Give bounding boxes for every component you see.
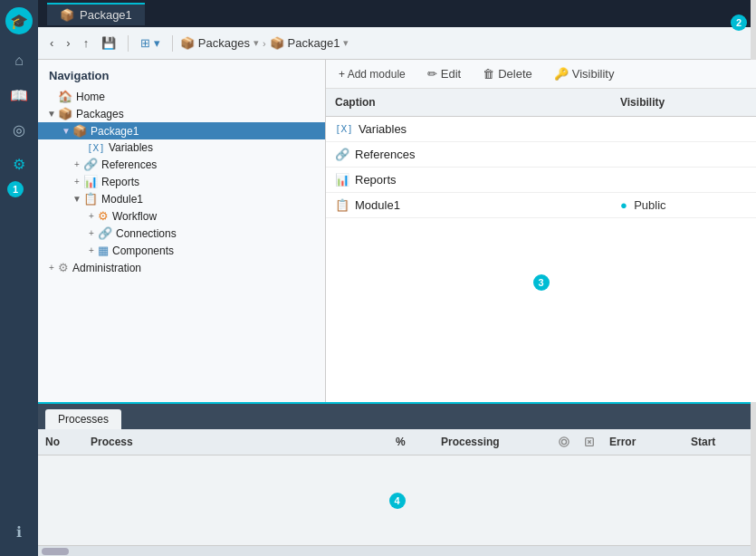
table-row[interactable]: [X] Variables: [326, 117, 756, 142]
tree-item-components[interactable]: + ▦ Components: [38, 242, 325, 259]
connections-label: Connections: [116, 227, 177, 240]
breadcrumb-packages-label: Packages: [198, 36, 250, 50]
packages-icon: 📦: [180, 36, 195, 50]
svg-point-1: [561, 439, 566, 444]
tree-item-home[interactable]: 🏠 Home: [38, 88, 325, 105]
cell-caption-reports: 📊 Reports: [326, 169, 611, 190]
sidebar-item-home[interactable]: ⌂: [4, 45, 34, 76]
back-button[interactable]: ‹: [45, 34, 58, 53]
forward-button[interactable]: ›: [62, 34, 74, 53]
tree-item-package1[interactable]: ▼ 📦 Package1: [38, 122, 325, 139]
table-row[interactable]: 📋 Module1 ● Public: [326, 193, 756, 218]
h-scroll-thumb[interactable]: [42, 548, 69, 555]
tree-item-packages[interactable]: ▼ 📦 Packages: [38, 105, 325, 122]
components-icon: ▦: [98, 244, 109, 257]
cell-caption-variables: [X] Variables: [326, 119, 611, 139]
visibility-icon: 🔑: [554, 67, 569, 81]
edit-button[interactable]: ✏ Edit: [424, 65, 464, 82]
title-bar: 📦 Package1 2: [38, 0, 756, 27]
expand-components[interactable]: +: [85, 244, 98, 257]
expand-workflow[interactable]: +: [85, 210, 98, 223]
process-body: 4: [38, 455, 756, 545]
tree-item-workflow[interactable]: + ⚙ Workflow: [38, 207, 325, 225]
cell-visibility-module1: ● Public: [611, 195, 756, 216]
reports-row-icon: 📊: [335, 173, 349, 187]
col-icon1: [551, 433, 577, 451]
content-area: + Add module ✏ Edit 🗑 Delete 🔑 Visibilit…: [326, 60, 756, 402]
tree-item-variables[interactable]: [X] Variables: [38, 139, 325, 156]
title-tab[interactable]: 📦 Package1: [47, 3, 145, 25]
col-error: Error: [602, 433, 684, 451]
visibility-button[interactable]: 🔑 Visibility: [550, 65, 618, 82]
variables-label: Variables: [109, 141, 153, 154]
process-table-header: No Process % Processing Error Start: [38, 429, 756, 455]
home-label: Home: [76, 91, 105, 103]
components-label: Components: [112, 244, 174, 257]
table-row[interactable]: 🔗 References: [326, 142, 756, 168]
content-toolbar: + Add module ✏ Edit 🗑 Delete 🔑 Visibilit…: [326, 60, 756, 89]
expand-administration[interactable]: +: [45, 262, 58, 274]
expand-packages[interactable]: ▼: [45, 108, 58, 120]
public-dot: ●: [620, 198, 627, 212]
expand-connections[interactable]: +: [85, 227, 98, 240]
reports-icon: 📊: [83, 175, 98, 188]
cell-visibility-references: [611, 151, 756, 158]
tree-item-reports[interactable]: + 📊 Reports: [38, 173, 325, 190]
col-caption-header: Caption: [326, 92, 611, 112]
layout-button[interactable]: ⊞ ▾: [136, 34, 165, 53]
up-button[interactable]: ↑: [79, 34, 94, 53]
connections-icon: 🔗: [98, 226, 112, 240]
delete-icon: 🗑: [483, 67, 494, 81]
workflow-label: Workflow: [112, 210, 157, 223]
save-button[interactable]: 💾: [97, 34, 120, 53]
expand-module1[interactable]: ▼: [71, 193, 83, 206]
tab-label: Package1: [80, 8, 132, 22]
col-processing: Processing: [434, 433, 551, 451]
tree-item-connections[interactable]: + 🔗 Connections: [38, 225, 325, 242]
packages-label: Packages: [76, 108, 124, 120]
toolbar-sep-1: [128, 35, 129, 52]
tree-item-administration[interactable]: + ⚙ Administration: [38, 259, 325, 276]
reports-label: Reports: [101, 176, 139, 188]
module1-row-icon: 📋: [335, 198, 349, 212]
expand-package1[interactable]: ▼: [60, 125, 72, 138]
tree-item-references[interactable]: + 🔗 References: [38, 156, 325, 173]
expand-references[interactable]: +: [71, 158, 83, 171]
sidebar-item-packages[interactable]: 📖: [4, 80, 34, 110]
cell-caption-module1: 📋 Module1: [326, 195, 611, 216]
col-visibility-header: Visibility: [611, 92, 756, 112]
badge-1: 1: [7, 181, 24, 197]
sidebar-item-info[interactable]: ℹ: [4, 516, 34, 547]
tab-processes[interactable]: Processes: [45, 409, 121, 429]
table-row[interactable]: 📊 Reports: [326, 168, 756, 193]
references-icon: 🔗: [83, 158, 98, 171]
navigation-sidebar: Navigation 🏠 Home ▼ 📦 Packages ▼ 📦: [38, 60, 326, 402]
svg-point-0: [560, 437, 569, 446]
references-label: References: [101, 158, 157, 171]
sidebar-item-compass[interactable]: ◎: [4, 114, 34, 145]
toolbar-sep-2: [172, 35, 173, 52]
expand-reports[interactable]: +: [71, 176, 83, 188]
breadcrumb-packages[interactable]: 📦 Packages ▾: [180, 36, 259, 50]
cell-visibility-variables: [611, 126, 756, 133]
module1-label: Module1: [101, 193, 143, 206]
col-icon2: [577, 433, 602, 451]
badge-4: 4: [389, 493, 406, 509]
sidebar-item-settings[interactable]: ⚙: [4, 149, 34, 179]
badge-3: 3: [533, 274, 550, 291]
references-row-icon: 🔗: [335, 148, 349, 161]
col-process: Process: [83, 433, 388, 451]
tree-item-module1[interactable]: ▼ 📋 Module1: [38, 190, 325, 207]
breadcrumb-package1-label: Package1: [288, 36, 340, 50]
administration-label: Administration: [72, 262, 141, 274]
administration-icon: ⚙: [58, 261, 69, 274]
add-module-button[interactable]: + Add module: [335, 66, 409, 82]
breadcrumb-package1[interactable]: 📦 Package1 ▾: [270, 36, 349, 50]
package1-icon: 📦: [270, 36, 284, 50]
icon-bar: 🎓 ⌂ 📖 ◎ ⚙ ℹ 1: [0, 0, 38, 556]
delete-button[interactable]: 🗑 Delete: [479, 65, 536, 82]
toolbar: ‹ › ↑ 💾 ⊞ ▾ 📦 Packages ▾ › 📦 Package1 ▾: [38, 27, 756, 60]
h-scroll-bar[interactable]: [38, 545, 756, 556]
navigation-header: Navigation: [38, 65, 325, 88]
workflow-icon: ⚙: [98, 209, 109, 223]
